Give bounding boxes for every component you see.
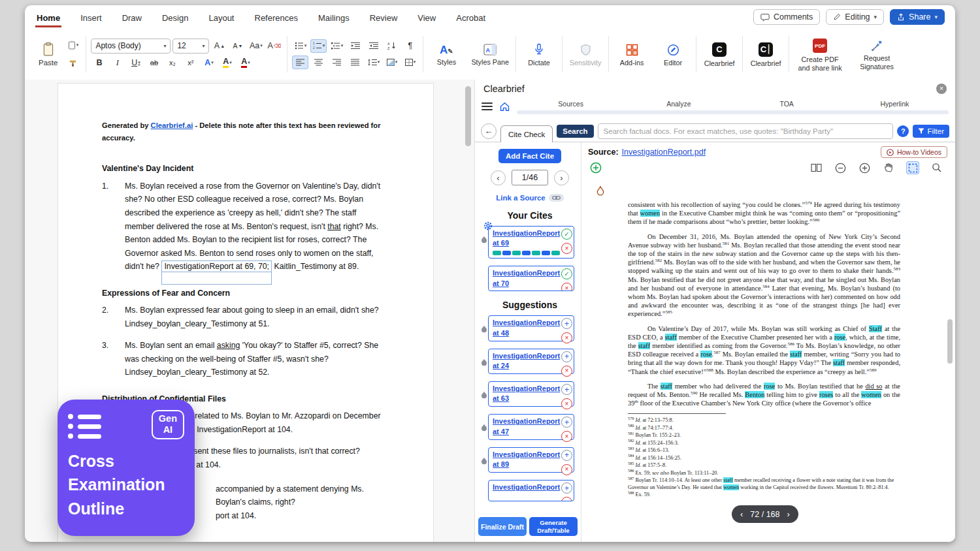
generate-draft-table-button[interactable]: Generate Draft/Table <box>529 517 578 536</box>
gen-ai-badge[interactable]: GenAI Cross Examination Outline <box>57 400 195 536</box>
cite-link[interactable]: InvestigationReport at 70 <box>493 268 560 288</box>
paste-button[interactable]: Paste <box>34 39 62 69</box>
suggestion-card[interactable]: InvestigationReport at 48+× <box>488 315 574 341</box>
show-paragraph-marks-button[interactable]: ¶ <box>402 39 418 53</box>
page-layout-button[interactable] <box>809 161 823 174</box>
add-suggestion-button[interactable]: + <box>561 450 572 461</box>
numbered-list-button[interactable]: 12▾ <box>310 39 327 53</box>
zoom-in-button[interactable] <box>858 161 871 174</box>
add-suggestion-button[interactable]: + <box>561 318 572 329</box>
inline-citation-box[interactable]: InvestigationReport at 69, 70; <box>161 260 272 272</box>
add-suggestion-button[interactable]: + <box>561 351 572 362</box>
tab-draw[interactable]: Draw <box>121 7 143 27</box>
step-hyperlink[interactable]: Hyperlink <box>841 99 949 108</box>
add-suggestion-button[interactable]: + <box>561 384 572 395</box>
tab-home[interactable]: Home <box>35 7 61 27</box>
font-name-select[interactable]: Aptos (Body)▾ <box>91 39 171 54</box>
superscript-button[interactable]: x² <box>182 56 199 70</box>
step-analyze[interactable]: Analyze <box>625 99 732 108</box>
close-panel-button[interactable]: × <box>936 84 947 94</box>
step-toa[interactable]: TOA <box>733 99 841 108</box>
dismiss-suggestion-button[interactable]: × <box>561 398 572 409</box>
suggestion-card[interactable]: InvestigationReport+× <box>488 480 574 501</box>
search-document-button[interactable] <box>930 161 943 174</box>
align-right-button[interactable] <box>329 55 345 69</box>
comments-button[interactable]: Comments <box>753 9 820 25</box>
share-button[interactable]: Share▾ <box>890 9 945 25</box>
dismiss-suggestion-button[interactable]: × <box>561 431 572 442</box>
tab-acrobat[interactable]: Acrobat <box>455 7 487 27</box>
dictate-button[interactable]: Dictate <box>521 39 557 68</box>
request-signatures-button[interactable]: Request Signatures <box>851 36 903 72</box>
clearbrief-ai-link[interactable]: Clearbrief.ai <box>151 121 193 129</box>
cite-page-indicator[interactable]: 1/46 <box>512 170 548 185</box>
clear-formatting-button[interactable]: A⌫ <box>266 39 282 53</box>
create-pdf-button[interactable]: PDF Create PDF and share link <box>794 35 846 73</box>
editing-mode-button[interactable]: Editing▾ <box>826 9 884 25</box>
snapshot-select-button[interactable] <box>906 161 919 174</box>
source-file-link[interactable]: InvestigationReport.pdf <box>622 148 706 157</box>
menu-icon[interactable] <box>482 99 493 110</box>
search-button[interactable]: Search <box>557 125 593 138</box>
increase-indent-button[interactable] <box>365 39 382 53</box>
suggestion-card[interactable]: InvestigationReport at 63+× <box>488 381 574 407</box>
tab-insert[interactable]: Insert <box>79 7 103 27</box>
add-fact-cite-button[interactable]: Add Fact Cite <box>498 149 561 163</box>
tab-design[interactable]: Design <box>161 7 189 27</box>
strikethrough-button[interactable]: ab <box>146 56 162 70</box>
underline-button[interactable]: U▾ <box>127 56 144 70</box>
pdf-prev-page-button[interactable]: ‹ <box>740 509 743 519</box>
next-cite-button[interactable]: › <box>554 170 569 185</box>
your-cite-card[interactable]: InvestigationReport at 70✓× <box>488 266 574 291</box>
accept-cite-button[interactable]: ✓ <box>561 228 572 240</box>
home-icon[interactable] <box>499 101 510 112</box>
dismiss-suggestion-button[interactable]: × <box>561 464 572 475</box>
pdf-scrollbar-thumb[interactable] <box>947 319 953 364</box>
pdf-scrollbar[interactable] <box>947 178 953 542</box>
search-input[interactable] <box>598 123 894 139</box>
pan-hand-button[interactable] <box>882 161 895 174</box>
line-spacing-button[interactable]: ▾ <box>365 55 382 69</box>
align-left-button[interactable] <box>292 55 308 69</box>
accept-cite-button[interactable]: ✓ <box>561 268 572 279</box>
dismiss-suggestion-button[interactable]: × <box>561 366 572 377</box>
cite-check-tab[interactable]: Cite Check <box>500 125 553 142</box>
tab-mailings[interactable]: Mailings <box>317 7 351 27</box>
add-ins-button[interactable]: Add-ins <box>613 40 650 68</box>
suggestion-card[interactable]: InvestigationReport at 24+× <box>488 349 574 374</box>
document-scrollbar-thumb[interactable] <box>465 86 471 146</box>
highlight-color-button[interactable]: A▾ <box>219 56 235 70</box>
filter-button[interactable]: Filter <box>913 125 949 138</box>
reject-cite-button[interactable]: × <box>561 243 572 254</box>
suggestion-card[interactable]: InvestigationReport at 47+× <box>488 414 574 439</box>
subscript-button[interactable]: x₂ <box>164 56 180 70</box>
suggestion-link[interactable]: InvestigationReport at 89 <box>493 450 560 469</box>
cite-link[interactable]: InvestigationReport at 69 <box>493 228 560 248</box>
suggestion-link[interactable]: InvestigationReport at 63 <box>493 384 560 403</box>
italic-button[interactable]: I <box>109 56 125 70</box>
help-icon[interactable]: ? <box>897 125 909 137</box>
add-suggestion-button[interactable]: + <box>561 417 572 428</box>
add-suggestion-button[interactable]: + <box>561 482 572 494</box>
dismiss-suggestion-button[interactable]: × <box>561 497 572 501</box>
add-annotation-button[interactable] <box>589 161 602 174</box>
link-a-source-button[interactable]: Link a Source <box>483 194 577 202</box>
back-button[interactable]: ← <box>481 123 497 139</box>
sensitivity-button[interactable]: Sensitivity <box>567 40 604 68</box>
font-size-select[interactable]: 12▾ <box>172 39 209 54</box>
dismiss-suggestion-button[interactable]: × <box>561 332 572 343</box>
tab-layout[interactable]: Layout <box>207 7 235 27</box>
sort-button[interactable]: AZ <box>384 39 400 53</box>
suggestion-link[interactable]: InvestigationReport at 47 <box>493 417 560 436</box>
clearbrief-ribbon-button-b[interactable]: C⏐ Clearbrief <box>747 39 784 69</box>
your-cite-card[interactable]: InvestigationReport at 69✓× <box>488 226 574 259</box>
shrink-font-button[interactable]: A▼ <box>229 39 246 53</box>
suggestion-link[interactable]: InvestigationReport at 24 <box>493 351 560 371</box>
zoom-out-button[interactable] <box>834 161 847 174</box>
step-sources[interactable]: Sources <box>517 99 625 108</box>
gear-icon[interactable] <box>483 221 493 231</box>
suggestion-link[interactable]: InvestigationReport <box>493 482 560 492</box>
paste-options-button[interactable]: ▾ <box>65 39 81 52</box>
justify-button[interactable] <box>347 55 363 69</box>
align-center-button[interactable] <box>310 55 327 69</box>
